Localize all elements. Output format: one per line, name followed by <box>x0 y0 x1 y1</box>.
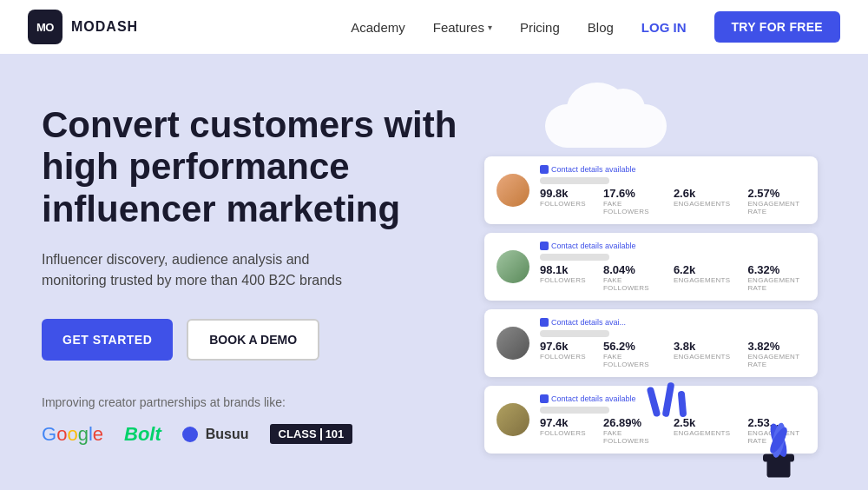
stat-followers: 97.4k FOLLOWERS <box>540 416 586 445</box>
plant-decoration <box>740 403 818 481</box>
card-info: Contact details available 98.1k FOLLOWER… <box>540 242 806 292</box>
nav-pricing[interactable]: Pricing <box>520 20 560 35</box>
nav-academy[interactable]: Academy <box>351 20 405 35</box>
contact-available: Contact details avai... <box>540 318 806 327</box>
nav-features[interactable]: Features ▾ <box>433 20 492 35</box>
name-placeholder <box>540 407 609 414</box>
stat-engagement-rate: 2.57% ENGAGEMENT RATE <box>747 187 806 215</box>
name-placeholder <box>540 254 609 261</box>
card-info: Contact details avai... 97.6k FOLLOWERS … <box>540 318 806 368</box>
logo-icon: MO <box>28 10 62 44</box>
brush-strokes-decoration <box>648 382 687 420</box>
contact-icon <box>540 394 549 403</box>
avatar <box>496 327 529 360</box>
brand-bolt: Bolt <box>124 423 161 446</box>
nav-links: Academy Features ▾ Pricing Blog LOG IN T… <box>351 11 840 43</box>
cloud-decoration <box>545 104 667 148</box>
logo[interactable]: MO MODASH <box>28 10 138 44</box>
card-stats: 98.1k FOLLOWERS 8.04% FAKE FOLLOWERS 6.2… <box>540 263 806 292</box>
hero-section: Convert customers with high performance … <box>0 54 868 490</box>
hero-right: Contact details available 99.8k FOLLOWER… <box>476 96 826 490</box>
name-placeholder <box>540 330 609 337</box>
hero-title: Convert customers with high performance … <box>42 104 458 230</box>
avatar <box>496 250 529 283</box>
stat-followers: 99.8k FOLLOWERS <box>540 187 586 215</box>
influencer-card[interactable]: Contact details avai... 97.6k FOLLOWERS … <box>484 309 818 377</box>
contact-available: Contact details available <box>540 165 806 174</box>
stat-engagement-rate: 6.32% ENGAGEMENT RATE <box>747 263 806 292</box>
stat-engagement-rate: 3.82% ENGAGEMENT RATE <box>747 340 806 368</box>
contact-available: Contact details available <box>540 242 806 250</box>
hero-buttons: GET STARTED BOOK A DEMO <box>42 319 458 361</box>
hero-left: Convert customers with high performance … <box>42 96 458 446</box>
name-placeholder <box>540 177 609 184</box>
stat-engagements: 3.8k ENGAGEMENTS <box>674 340 731 368</box>
stat-fake-followers: 17.6% FAKE FOLLOWERS <box>603 187 656 215</box>
logo-text: MODASH <box>71 19 138 35</box>
brands-text: Improving creator partnerships at brands… <box>42 395 458 409</box>
card-stats: 97.6k FOLLOWERS 56.2% FAKE FOLLOWERS 3.8… <box>540 340 806 368</box>
contact-icon <box>540 318 549 327</box>
hero-subtitle: Influencer discovery, audience analysis … <box>42 249 372 291</box>
brand-google: Google <box>42 423 103 446</box>
navbar: MO MODASH Academy Features ▾ Pricing Blo… <box>0 0 868 54</box>
stat-fake-followers: 56.2% FAKE FOLLOWERS <box>603 340 656 368</box>
influencer-card[interactable]: Contact details available 98.1k FOLLOWER… <box>484 233 818 301</box>
contact-icon <box>540 165 549 174</box>
card-stats: 99.8k FOLLOWERS 17.6% FAKE FOLLOWERS 2.6… <box>540 187 806 215</box>
chevron-down-icon: ▾ <box>488 23 492 32</box>
stat-followers: 98.1k FOLLOWERS <box>540 263 586 292</box>
book-demo-button[interactable]: BOOK A DEMO <box>187 319 319 361</box>
stat-engagements: 2.6k ENGAGEMENTS <box>674 187 731 215</box>
stat-engagements: 6.2k ENGAGEMENTS <box>674 263 731 292</box>
influencer-card[interactable]: Contact details available 99.8k FOLLOWER… <box>484 156 818 224</box>
brands-row: Google Bolt Busuu CLASS 101 <box>42 423 458 446</box>
stat-fake-followers: 8.04% FAKE FOLLOWERS <box>603 263 656 292</box>
brand-busuu: Busuu <box>182 427 249 442</box>
brand-class101: CLASS 101 <box>270 424 353 444</box>
try-for-free-button[interactable]: TRY FOR FREE <box>714 11 841 43</box>
card-info: Contact details available 99.8k FOLLOWER… <box>540 165 806 215</box>
nav-login[interactable]: LOG IN <box>641 20 687 35</box>
contact-icon <box>540 242 549 250</box>
avatar <box>496 174 529 207</box>
stat-followers: 97.6k FOLLOWERS <box>540 340 586 368</box>
avatar <box>496 403 529 436</box>
nav-blog[interactable]: Blog <box>588 20 614 35</box>
get-started-button[interactable]: GET STARTED <box>42 319 173 361</box>
